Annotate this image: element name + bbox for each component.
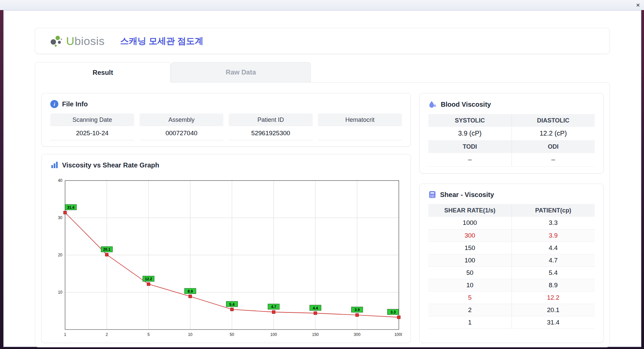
shear-rate-cell: 1000 <box>428 217 512 229</box>
field-scanning-date-value: 2025-10-24 <box>50 126 134 140</box>
shear-table-row: 1004.7 <box>428 254 595 266</box>
shear-table-row: 512.2 <box>428 291 595 304</box>
svg-text:2: 2 <box>106 332 108 337</box>
app-window: Ubiosis 스캐닝 모세관 점도계 Result Raw Data i Fi… <box>3 10 641 347</box>
shear-table-row: 220.1 <box>428 304 595 316</box>
field-assembly: Assembly 000727040 <box>140 113 223 140</box>
odi-value: – <box>512 153 595 166</box>
svg-text:3.3: 3.3 <box>390 310 395 314</box>
patient-cell: 4.7 <box>512 254 595 266</box>
svg-text:8.9: 8.9 <box>187 289 193 293</box>
odi-header: ODI <box>512 140 595 153</box>
svg-text:5.4: 5.4 <box>229 302 235 306</box>
info-icon: i <box>50 100 58 108</box>
svg-text:50: 50 <box>230 332 234 337</box>
svg-text:12.2: 12.2 <box>145 277 152 281</box>
droplet-icon <box>428 100 437 109</box>
calculator-icon <box>428 191 436 199</box>
todi-header: TODI <box>428 140 512 153</box>
svg-text:10: 10 <box>188 332 193 337</box>
shear-rate-cell: 1 <box>428 316 512 329</box>
shear-table-row: 10003.3 <box>428 217 595 229</box>
shear-rate-column-header: SHEAR RATE(1/s) <box>428 204 512 217</box>
tab-raw-data[interactable]: Raw Data <box>171 62 311 82</box>
titlebar: × <box>0 0 644 10</box>
patient-cell: 5.4 <box>512 266 595 279</box>
bar-chart-icon <box>50 161 58 169</box>
svg-text:30: 30 <box>58 215 63 220</box>
tab-result[interactable]: Result <box>35 62 171 83</box>
svg-text:1000: 1000 <box>394 332 402 337</box>
systolic-header: SYSTOLIC <box>428 114 512 127</box>
file-info-card: i File Info Scanning Date 2025-10-24 Ass… <box>41 93 411 147</box>
patient-cell: 31.4 <box>512 316 595 329</box>
svg-text:40: 40 <box>58 179 63 183</box>
ubiosis-logo-icon <box>49 33 64 49</box>
shear-table-row: 3003.9 <box>428 229 595 242</box>
shear-viscosity-title: Shear - Viscosity <box>440 191 494 199</box>
field-hematocrit-label: Hematocrit <box>318 113 402 126</box>
file-info-fields: Scanning Date 2025-10-24 Assembly 000727… <box>42 108 411 140</box>
viscosity-graph-card: Viscosity vs Shear Rate Graph 1020304012… <box>41 154 411 343</box>
svg-text:5: 5 <box>147 332 150 337</box>
shear-viscosity-table: SHEAR RATE(1/s) PATIENT(cp) 10003.33003.… <box>428 204 595 329</box>
svg-text:3.9: 3.9 <box>355 308 360 312</box>
shear-table-row: 1504.4 <box>428 242 595 254</box>
diastolic-header: DIASTOLIC <box>512 114 595 127</box>
svg-text:10: 10 <box>58 290 63 295</box>
blood-viscosity-table: SYSTOLIC DIASTOLIC 3.9 (cP) 12.2 (cP) TO… <box>428 114 595 167</box>
tab-raw-data-label: Raw Data <box>226 68 256 76</box>
svg-text:100: 100 <box>270 332 277 337</box>
svg-text:31.4: 31.4 <box>67 205 74 209</box>
svg-text:20.1: 20.1 <box>103 247 110 251</box>
field-assembly-label: Assembly <box>140 113 223 126</box>
field-hematocrit-value <box>318 126 402 140</box>
shear-table-row: 505.4 <box>428 266 595 279</box>
patient-cell: 12.2 <box>512 291 595 304</box>
svg-text:4.7: 4.7 <box>271 305 276 309</box>
graph-title: Viscosity vs Shear Rate Graph <box>62 161 159 169</box>
systolic-value: 3.9 (cP) <box>428 127 512 140</box>
shear-rate-cell: 50 <box>428 266 512 279</box>
shear-viscosity-card: Shear - Viscosity SHEAR RATE(1/s) PATIEN… <box>419 184 604 343</box>
app-header: Ubiosis 스캐닝 모세관 점도계 <box>35 28 610 54</box>
blood-viscosity-title: Blood Viscosity <box>441 101 491 108</box>
patient-cell: 3.3 <box>512 217 595 229</box>
svg-text:20: 20 <box>58 253 63 257</box>
tab-result-label: Result <box>93 69 113 77</box>
field-patient-id: Patient ID 52961925300 <box>229 113 313 140</box>
patient-cell: 8.9 <box>512 279 595 291</box>
shear-rate-cell: 150 <box>428 242 512 254</box>
logo-text: Ubiosis <box>66 35 105 48</box>
patient-cell: 4.4 <box>512 242 595 254</box>
field-scanning-date-label: Scanning Date <box>50 113 134 126</box>
field-patient-id-label: Patient ID <box>229 113 313 126</box>
field-scanning-date: Scanning Date 2025-10-24 <box>50 113 134 140</box>
diastolic-value: 12.2 (cP) <box>512 127 595 140</box>
file-info-title: File Info <box>62 100 88 108</box>
close-icon[interactable]: × <box>636 1 640 9</box>
blood-viscosity-card: Blood Viscosity SYSTOLIC DIASTOLIC 3.9 (… <box>419 93 604 173</box>
shear-rate-cell: 5 <box>428 291 512 304</box>
todi-value: – <box>428 153 512 166</box>
svg-text:1: 1 <box>64 332 66 337</box>
patient-column-header: PATIENT(cp) <box>512 204 595 217</box>
tab-content-panel: i File Info Scanning Date 2025-10-24 Ass… <box>35 82 610 347</box>
field-hematocrit: Hematocrit <box>318 113 402 140</box>
shear-rate-cell: 2 <box>428 304 512 316</box>
svg-text:300: 300 <box>354 332 361 337</box>
shear-table-row: 131.4 <box>428 316 595 329</box>
page-title: 스캐닝 모세관 점도계 <box>120 35 203 47</box>
svg-text:150: 150 <box>312 332 319 337</box>
ubiosis-logo: Ubiosis <box>49 33 105 49</box>
shear-rate-cell: 300 <box>428 229 512 242</box>
field-patient-id-value: 52961925300 <box>229 126 313 140</box>
patient-cell: 3.9 <box>512 229 595 242</box>
svg-text:4.4: 4.4 <box>313 306 318 310</box>
field-assembly-value: 000727040 <box>140 126 223 140</box>
patient-cell: 20.1 <box>512 304 595 316</box>
shear-rate-cell: 10 <box>428 279 512 291</box>
shear-rate-cell: 100 <box>428 254 512 266</box>
shear-table-row: 108.9 <box>428 279 595 291</box>
viscosity-chart: 102030401251050100150300100031.420.112.2… <box>50 179 402 341</box>
